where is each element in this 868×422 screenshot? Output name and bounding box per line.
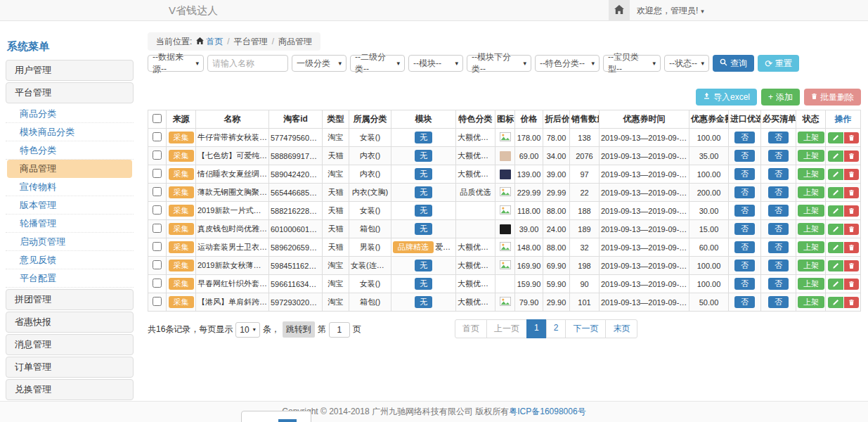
row-checkbox[interactable] [153, 242, 162, 251]
imported-toggle-button[interactable]: 否 [734, 223, 755, 235]
sidebar-item[interactable]: 轮播管理 [6, 215, 134, 233]
page-number-input[interactable] [329, 322, 350, 338]
edit-button[interactable] [828, 297, 843, 308]
category1-filter-select[interactable]: 一级分类▾ [292, 55, 346, 72]
module-filter-select[interactable]: --模块--▾ [408, 55, 463, 72]
sidebar-group-0[interactable]: 用户管理 [6, 60, 134, 81]
must-buy-toggle-button[interactable]: 否 [768, 296, 789, 308]
status-button[interactable]: 上架 [798, 132, 824, 143]
row-checkbox[interactable] [153, 205, 162, 215]
imported-toggle-button[interactable]: 否 [734, 205, 755, 217]
icp-link[interactable]: 粤ICP备16098006号 [509, 407, 585, 416]
page-button[interactable]: 下一页 [565, 319, 606, 338]
row-checkbox[interactable] [153, 187, 162, 196]
user-menu[interactable]: 欢迎您，管理员!▾ [637, 0, 704, 21]
row-checkbox[interactable] [153, 279, 162, 288]
per-page-select[interactable]: 10 ▾ [235, 322, 259, 338]
must-buy-toggle-button[interactable]: 否 [768, 186, 789, 198]
page-button[interactable]: 首页 [455, 319, 487, 338]
sidebar-item[interactable]: 启动页管理 [6, 233, 134, 251]
item-type-filter-select[interactable]: --宝贝类型--▾ [603, 55, 661, 72]
delete-button[interactable] [844, 260, 859, 271]
page-button[interactable]: 2 [546, 319, 566, 338]
row-checkbox[interactable] [153, 132, 162, 141]
status-button[interactable]: 上架 [798, 205, 824, 217]
status-button[interactable]: 上架 [798, 296, 824, 308]
edit-button[interactable] [828, 132, 843, 143]
sidebar-group-4[interactable]: 消息管理 [6, 334, 134, 355]
must-buy-toggle-button[interactable]: 否 [768, 205, 789, 217]
select-all-checkbox[interactable] [153, 114, 162, 123]
row-checkbox[interactable] [153, 297, 162, 306]
edit-button[interactable] [828, 279, 843, 290]
sidebar-item[interactable]: 宣传物料 [6, 178, 134, 196]
source-filter-select[interactable]: --数据来源--▾ [148, 55, 204, 72]
sidebar-group-5[interactable]: 订单管理 [6, 357, 134, 378]
edit-button[interactable] [828, 242, 843, 253]
edit-button[interactable] [828, 260, 843, 271]
sidebar-item[interactable]: 商品管理 [7, 160, 132, 178]
jump-button[interactable]: 跳转到 [283, 321, 315, 338]
edit-button[interactable] [828, 205, 843, 217]
delete-button[interactable] [844, 151, 859, 162]
must-buy-toggle-button[interactable]: 否 [768, 223, 789, 235]
must-buy-toggle-button[interactable]: 否 [768, 168, 789, 180]
sidebar-item[interactable]: 版本管理 [6, 196, 134, 215]
search-button[interactable]: 查询 [713, 55, 754, 72]
sidebar-item[interactable]: 平台配置 [6, 269, 134, 288]
feature-filter-select[interactable]: --特色分类--▾ [535, 55, 600, 72]
status-button[interactable]: 上架 [798, 260, 824, 271]
delete-button[interactable] [844, 224, 859, 235]
category2-filter-select[interactable]: --二级分类--▾ [350, 55, 405, 72]
row-checkbox[interactable] [153, 151, 162, 160]
sidebar-group-2[interactable]: 拼团管理 [6, 289, 134, 310]
delete-button[interactable] [844, 132, 859, 143]
must-buy-toggle-button[interactable]: 否 [768, 132, 789, 143]
page-button[interactable]: 上一页 [486, 319, 527, 338]
breadcrumb-home-link[interactable]: 首页 [196, 36, 223, 48]
delete-button[interactable] [844, 297, 859, 308]
status-button[interactable]: 上架 [798, 150, 824, 162]
imported-toggle-button[interactable]: 否 [734, 150, 755, 162]
edit-button[interactable] [828, 151, 843, 162]
status-button[interactable]: 上架 [798, 241, 824, 253]
reset-button[interactable]: ⟳ 重置 [758, 55, 799, 72]
edit-button[interactable] [828, 224, 843, 235]
sidebar-item[interactable]: 意见反馈 [6, 251, 134, 269]
must-buy-toggle-button[interactable]: 否 [768, 241, 789, 253]
must-buy-toggle-button[interactable]: 否 [768, 278, 789, 290]
row-checkbox[interactable] [153, 169, 162, 178]
imported-toggle-button[interactable]: 否 [734, 296, 755, 308]
delete-button[interactable] [844, 242, 859, 253]
sidebar-item[interactable]: 模块商品分类 [6, 123, 134, 141]
must-buy-toggle-button[interactable]: 否 [768, 150, 789, 162]
row-checkbox[interactable] [153, 224, 162, 233]
status-button[interactable]: 上架 [798, 168, 824, 180]
sidebar-group-3[interactable]: 省惠快报 [6, 312, 134, 333]
must-buy-toggle-button[interactable]: 否 [768, 260, 789, 271]
imported-toggle-button[interactable]: 否 [734, 278, 755, 290]
page-button[interactable]: 末页 [605, 319, 637, 338]
imported-toggle-button[interactable]: 否 [734, 132, 755, 143]
row-checkbox[interactable] [153, 260, 162, 269]
sidebar-group-6[interactable]: 兑换管理 [6, 379, 134, 400]
sidebar-item[interactable]: 商品分类 [6, 105, 134, 123]
module-sub-filter-select[interactable]: --模块下分类--▾ [467, 55, 531, 72]
sidebar-item[interactable]: 特色分类 [6, 141, 134, 160]
import-excel-button[interactable]: 导入excel [696, 89, 757, 106]
add-button[interactable]: + 添加 [761, 89, 800, 106]
home-button[interactable] [609, 0, 630, 21]
name-filter-input[interactable] [207, 55, 288, 72]
sidebar-group-1[interactable]: 平台管理 [6, 82, 134, 103]
edit-button[interactable] [828, 169, 843, 180]
delete-button[interactable] [844, 279, 859, 290]
edit-button[interactable] [828, 187, 843, 198]
delete-button[interactable] [844, 205, 859, 217]
batch-delete-button[interactable]: 批量删除 [804, 89, 861, 106]
imported-toggle-button[interactable]: 否 [734, 260, 755, 271]
imported-toggle-button[interactable]: 否 [734, 186, 755, 198]
status-button[interactable]: 上架 [798, 278, 824, 290]
status-filter-select[interactable]: --状态--▾ [664, 55, 709, 72]
delete-button[interactable] [844, 187, 859, 198]
imported-toggle-button[interactable]: 否 [734, 241, 755, 253]
